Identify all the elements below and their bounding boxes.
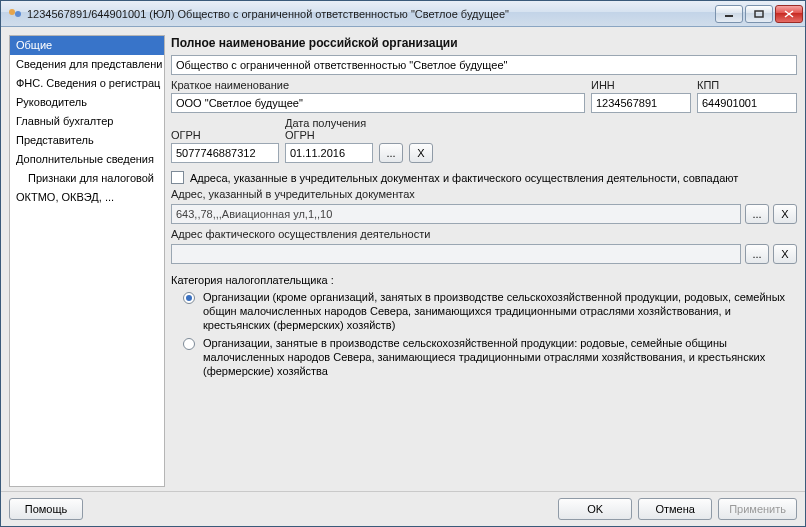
app-icon	[7, 6, 23, 22]
ogrn-date-clear-button[interactable]: X	[409, 143, 433, 163]
sidebar-item-oktmo[interactable]: ОКТМО, ОКВЭД, ...	[10, 188, 164, 207]
category-radio-1-label: Организации (кроме организаций, занятых …	[203, 290, 797, 332]
svg-rect-2	[725, 15, 733, 17]
addr1-clear-button[interactable]: X	[773, 204, 797, 224]
sidebar-item-director[interactable]: Руководитель	[10, 93, 164, 112]
footer: Помощь OK Отмена Применить	[1, 491, 805, 526]
addr1-label: Адрес, указанный в учредительных докумен…	[171, 188, 797, 200]
sidebar-item-representative[interactable]: Представитель	[10, 131, 164, 150]
addr2-clear-button[interactable]: X	[773, 244, 797, 264]
sidebar-item-fns[interactable]: ФНС. Сведения о регистрац	[10, 74, 164, 93]
ogrn-date-browse-button[interactable]: ...	[379, 143, 403, 163]
close-button[interactable]	[775, 5, 803, 23]
short-name-label: Краткое наименование	[171, 79, 585, 91]
ogrn-date-label: Дата получения ОГРН	[285, 117, 373, 141]
main-panel: Полное наименование российской организац…	[171, 35, 797, 487]
kpp-input[interactable]	[697, 93, 797, 113]
category-radio-2[interactable]	[183, 338, 195, 350]
addr2-browse-button[interactable]: ...	[745, 244, 769, 264]
svg-point-0	[9, 9, 15, 15]
svg-point-1	[15, 11, 21, 17]
category-radio-1[interactable]	[183, 292, 195, 304]
sidebar-item-general[interactable]: Общие	[10, 36, 164, 55]
sidebar-item-presentation[interactable]: Сведения для представлени	[10, 55, 164, 74]
sidebar-item-tax-signs[interactable]: Признаки для налоговой	[10, 169, 164, 188]
category-radio-2-label: Организации, занятые в производстве сель…	[203, 336, 797, 378]
addr1-input[interactable]	[171, 204, 741, 224]
addr2-label: Адрес фактического осуществления деятель…	[171, 228, 797, 240]
svg-rect-3	[755, 11, 763, 17]
cancel-button[interactable]: Отмена	[638, 498, 712, 520]
same-address-label: Адреса, указанные в учредительных докуме…	[190, 172, 738, 184]
short-name-input[interactable]	[171, 93, 585, 113]
maximize-button[interactable]	[745, 5, 773, 23]
sidebar-item-accountant[interactable]: Главный бухгалтер	[10, 112, 164, 131]
window: 1234567891/644901001 (ЮЛ) Общество с огр…	[0, 0, 806, 527]
sidebar-item-additional[interactable]: Дополнительные сведения	[10, 150, 164, 169]
inn-input[interactable]	[591, 93, 691, 113]
full-name-input[interactable]	[171, 55, 797, 75]
ogrn-input[interactable]	[171, 143, 279, 163]
apply-button[interactable]: Применить	[718, 498, 797, 520]
ogrn-date-input[interactable]	[285, 143, 373, 163]
minimize-button[interactable]	[715, 5, 743, 23]
inn-label: ИНН	[591, 79, 691, 91]
ok-button[interactable]: OK	[558, 498, 632, 520]
window-title: 1234567891/644901001 (ЮЛ) Общество с огр…	[27, 8, 715, 20]
section-title: Полное наименование российской организац…	[171, 35, 797, 51]
same-address-checkbox[interactable]	[171, 171, 184, 184]
help-button[interactable]: Помощь	[9, 498, 83, 520]
titlebar: 1234567891/644901001 (ЮЛ) Общество с огр…	[1, 1, 805, 27]
ogrn-label: ОГРН	[171, 129, 279, 141]
category-label: Категория налогоплательщика :	[171, 274, 334, 286]
addr2-input[interactable]	[171, 244, 741, 264]
addr1-browse-button[interactable]: ...	[745, 204, 769, 224]
sidebar: Общие Сведения для представлени ФНС. Све…	[9, 35, 165, 487]
kpp-label: КПП	[697, 79, 797, 91]
